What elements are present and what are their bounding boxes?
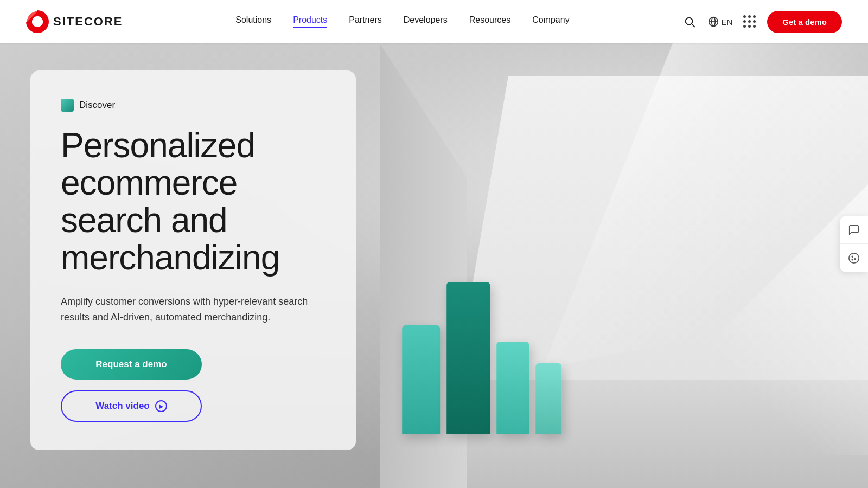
nav-developers[interactable]: Developers [404, 15, 448, 28]
svg-line-4 [692, 24, 695, 27]
discover-icon [61, 99, 74, 112]
chat-icon [848, 224, 860, 236]
play-icon: ▶ [155, 400, 167, 412]
svg-point-1 [32, 16, 43, 27]
discover-label: Discover [79, 100, 115, 111]
watch-video-label: Watch video [95, 401, 150, 412]
hero-card: Discover Personalized ecommerce search a… [30, 70, 356, 450]
nav-solutions[interactable]: Solutions [235, 15, 271, 28]
apps-grid-icon[interactable] [743, 15, 756, 28]
search-icon[interactable] [682, 14, 697, 29]
nav-right: EN Get a demo [682, 11, 842, 33]
navbar: SITECORE Solutions Products Partners Dev… [0, 0, 868, 43]
language-selector[interactable]: EN [708, 16, 732, 27]
hero-title: Personalized ecommerce search and mercha… [61, 127, 326, 277]
hero-section: Discover Personalized ecommerce search a… [0, 0, 868, 488]
chart-bar-4 [535, 363, 561, 434]
sidebar-widgets [840, 216, 868, 272]
hero-subtitle: Amplify customer conversions with hyper-… [61, 294, 321, 325]
nav-products[interactable]: Products [293, 15, 327, 28]
chart-bar-2 [446, 282, 490, 434]
svg-point-11 [852, 259, 853, 260]
svg-point-10 [854, 259, 856, 260]
svg-point-2 [35, 19, 40, 24]
nav-resources[interactable]: Resources [469, 15, 510, 28]
get-demo-button[interactable]: Get a demo [767, 11, 842, 33]
chart-bar-3 [496, 342, 529, 434]
logo-icon [26, 10, 49, 33]
nav-partners[interactable]: Partners [349, 15, 381, 28]
lang-label: EN [721, 17, 732, 27]
logo-text: SITECORE [53, 15, 123, 29]
svg-point-8 [849, 253, 859, 263]
discover-badge: Discover [61, 99, 326, 112]
watch-video-button[interactable]: Watch video ▶ [61, 390, 202, 422]
globe-icon [708, 16, 719, 27]
nav-links: Solutions Products Partners Developers R… [235, 15, 569, 28]
cookie-icon [848, 252, 860, 264]
logo[interactable]: SITECORE [26, 10, 123, 33]
request-demo-button[interactable]: Request a demo [61, 349, 202, 380]
nav-company[interactable]: Company [532, 15, 569, 28]
svg-point-9 [852, 256, 853, 257]
sitecore-logo-svg [26, 10, 49, 33]
chat-widget[interactable] [840, 216, 868, 244]
cookie-widget[interactable] [840, 244, 868, 272]
chart-bar-1 [402, 325, 440, 434]
bar-chart [402, 282, 561, 434]
